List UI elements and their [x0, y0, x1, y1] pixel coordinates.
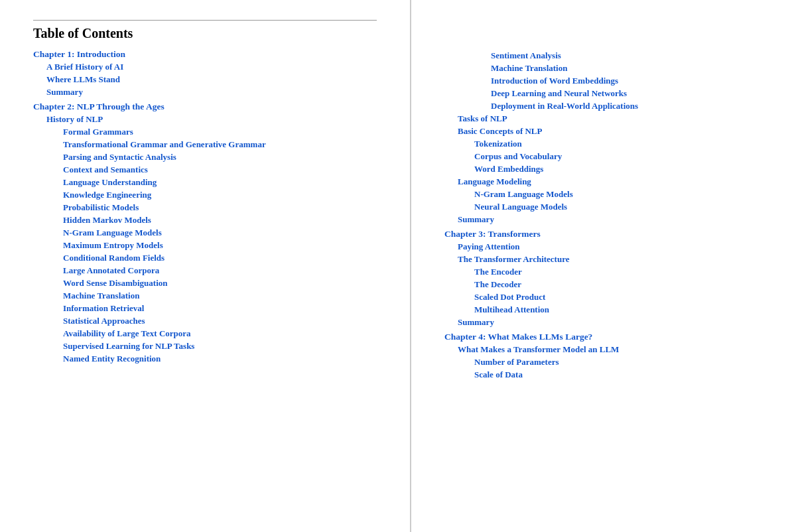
deployment-real-world[interactable]: Deployment in Real-World Applications	[491, 101, 759, 111]
tokenization[interactable]: Tokenization	[474, 139, 759, 149]
deep-learning-neural-networks[interactable]: Deep Learning and Neural Networks	[491, 88, 759, 99]
formal-grammars[interactable]: Formal Grammars	[63, 127, 377, 137]
conditional-random-fields[interactable]: Conditional Random Fields	[63, 253, 377, 263]
language-modeling[interactable]: Language Modeling	[458, 176, 759, 187]
context-semantics[interactable]: Context and Semantics	[63, 165, 377, 175]
chapter-3[interactable]: Chapter 3: Transformers	[444, 229, 759, 239]
multihead-attention[interactable]: Multihead Attention	[474, 304, 759, 315]
brief-history[interactable]: A Brief History of AI	[46, 62, 377, 72]
basic-concepts-nlp[interactable]: Basic Concepts of NLP	[458, 126, 759, 137]
paying-attention[interactable]: Paying Attention	[458, 241, 759, 252]
machine-translation-left[interactable]: Machine Translation	[63, 291, 377, 301]
left-panel: Table of Contents Chapter 1: Introductio…	[0, 0, 411, 532]
sentiment-analysis[interactable]: Sentiment Analysis	[491, 50, 759, 61]
chapter-4[interactable]: Chapter 4: What Makes LLMs Large?	[444, 332, 759, 342]
neural-language-models[interactable]: Neural Language Models	[474, 202, 759, 212]
number-parameters[interactable]: Number of Parameters	[474, 357, 759, 367]
where-llms-stand[interactable]: Where LLMs Stand	[46, 74, 377, 85]
right-panel: Sentiment Analysis Machine Translation I…	[411, 0, 792, 532]
parsing-syntactic[interactable]: Parsing and Syntactic Analysis	[63, 152, 377, 163]
ch2-summary[interactable]: Summary	[458, 214, 759, 225]
maximum-entropy[interactable]: Maximum Entropy Models	[63, 240, 377, 251]
supervised-learning[interactable]: Supervised Learning for NLP Tasks	[63, 341, 377, 352]
tasks-nlp[interactable]: Tasks of NLP	[458, 113, 759, 124]
the-decoder[interactable]: The Decoder	[474, 279, 759, 290]
ngram-language-models[interactable]: N-Gram Language Models	[63, 228, 377, 238]
toc-title: Table of Contents	[33, 20, 377, 41]
transformer-architecture[interactable]: The Transformer Architecture	[458, 254, 759, 265]
word-sense-disambiguation[interactable]: Word Sense Disambiguation	[63, 278, 377, 289]
what-makes-transformer-llm[interactable]: What Makes a Transformer Model an LLM	[458, 344, 759, 355]
chapter-1[interactable]: Chapter 1: Introduction	[33, 49, 377, 60]
knowledge-engineering[interactable]: Knowledge Engineering	[63, 190, 377, 200]
machine-translation-right[interactable]: Machine Translation	[491, 63, 759, 74]
ch1-summary[interactable]: Summary	[46, 87, 377, 98]
scale-data[interactable]: Scale of Data	[474, 369, 759, 380]
ch3-summary[interactable]: Summary	[458, 317, 759, 328]
history-nlp[interactable]: History of NLP	[46, 114, 377, 125]
named-entity-recognition[interactable]: Named Entity Recognition	[63, 354, 377, 364]
the-encoder[interactable]: The Encoder	[474, 267, 759, 277]
hidden-markov[interactable]: Hidden Markov Models	[63, 215, 377, 226]
word-embeddings[interactable]: Word Embeddings	[474, 164, 759, 174]
intro-word-embeddings[interactable]: Introduction of Word Embeddings	[491, 76, 759, 86]
scaled-dot-product[interactable]: Scaled Dot Product	[474, 292, 759, 302]
chapter-2[interactable]: Chapter 2: NLP Through the Ages	[33, 101, 377, 112]
probabilistic-models[interactable]: Probabilistic Models	[63, 202, 377, 213]
toc-left: Chapter 1: Introduction A Brief History …	[33, 49, 377, 364]
information-retrieval[interactable]: Information Retrieval	[63, 303, 377, 314]
language-understanding[interactable]: Language Understanding	[63, 177, 377, 188]
transformational-grammar[interactable]: Transformational Grammar and Generative …	[63, 139, 377, 150]
corpus-vocabulary[interactable]: Corpus and Vocabulary	[474, 151, 759, 162]
toc-right: Sentiment Analysis Machine Translation I…	[444, 50, 759, 380]
large-annotated-corpora[interactable]: Large Annotated Corpora	[63, 265, 377, 276]
availability-large-corpora[interactable]: Availability of Large Text Corpora	[63, 328, 377, 339]
statistical-approaches[interactable]: Statistical Approaches	[63, 316, 377, 326]
ngram-language-models-right[interactable]: N-Gram Language Models	[474, 189, 759, 200]
